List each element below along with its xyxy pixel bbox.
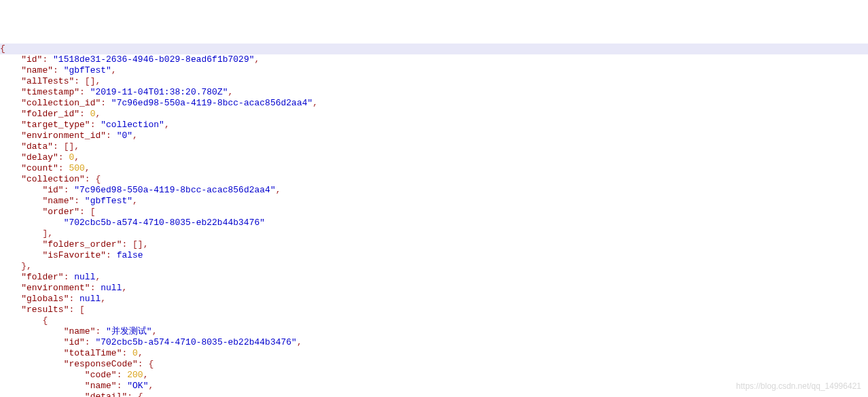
token-punc: , — [132, 131, 138, 141]
token-str: "702cbc5b-a574-4710-8035-eb22b44b3476" — [64, 218, 265, 228]
code-line: "folder": null, — [0, 272, 868, 283]
token-punc: : { — [138, 359, 153, 369]
token-punc: , — [111, 65, 117, 75]
code-line: "count": 500, — [0, 163, 868, 174]
code-line: "environment_id": "0", — [0, 131, 868, 141]
code-line: { — [0, 44, 868, 54]
token-punc: , — [101, 294, 106, 304]
token-punc: : { — [127, 392, 143, 397]
token-key: "collection" — [21, 174, 85, 184]
code-line: "results": [ — [0, 305, 868, 315]
token-punc: , — [122, 283, 127, 293]
token-punc: , — [148, 381, 153, 391]
token-punc: : — [42, 54, 53, 65]
token-key: "detail" — [85, 392, 127, 397]
code-line: "folders_order": [], — [0, 239, 868, 250]
code-line: "id": "702cbc5b-a574-4710-8035-eb22b44b3… — [0, 337, 868, 348]
token-str: "702cbc5b-a574-4710-8035-eb22b44b3476" — [95, 337, 296, 347]
token-punc: , — [143, 370, 149, 380]
token-str: "collection" — [101, 120, 164, 130]
code-line: "id": "7c96ed98-550a-4119-8bcc-acac856d2… — [0, 185, 868, 196]
token-key: "environment" — [21, 283, 90, 293]
token-key: "id" — [21, 54, 42, 65]
token-key: "folder_id" — [21, 109, 79, 119]
token-punc: , — [85, 163, 90, 173]
token-key: "isFavorite" — [42, 250, 106, 260]
token-punc: : — [64, 185, 75, 195]
code-line: { — [0, 315, 868, 326]
token-key: "totalTime" — [64, 348, 122, 358]
token-punc: : — [106, 250, 117, 260]
code-line: "isFavorite": false — [0, 250, 868, 261]
token-key: "results" — [21, 305, 69, 315]
code-line: "responseCode": { — [0, 359, 868, 370]
code-line: "702cbc5b-a574-4710-8035-eb22b44b3476" — [0, 218, 868, 228]
token-key: "collection_id" — [21, 98, 101, 108]
token-key: "name" — [42, 196, 74, 206]
token-punc: : — [117, 381, 128, 391]
token-punc: : — [106, 131, 117, 141]
token-key: "folders_order" — [42, 239, 122, 249]
token-punc: { — [42, 315, 48, 326]
token-kw: null — [74, 272, 95, 282]
code-line: "name": "并发测试", — [0, 326, 868, 337]
token-punc: : — [85, 337, 96, 347]
token-punc: : [] — [53, 141, 74, 152]
token-punc: : — [79, 87, 90, 97]
token-punc: , — [312, 98, 318, 108]
token-key: "allTests" — [21, 76, 74, 86]
token-key: "name" — [21, 65, 53, 75]
token-str: "0" — [117, 131, 132, 141]
token-punc: ], — [42, 228, 53, 239]
token-str: "7c96ed98-550a-4119-8bcc-acac856d2aa4" — [111, 98, 312, 108]
token-punc: , — [143, 239, 149, 249]
token-kw: false — [117, 250, 143, 260]
token-punc: : [] — [122, 239, 143, 249]
code-line: "collection": { — [0, 174, 868, 185]
token-key: "count" — [21, 163, 58, 173]
token-punc: , — [95, 272, 101, 282]
code-line: "name": "gbfTest", — [0, 196, 868, 207]
token-punc: : — [64, 272, 75, 282]
token-kw: null — [79, 294, 101, 304]
token-punc: : [] — [74, 76, 95, 86]
json-code-viewer: { "id": "1518de31-2636-4946-b029-8ead6f1… — [0, 44, 868, 397]
token-punc: : — [74, 196, 85, 206]
code-line: "allTests": [], — [0, 76, 868, 87]
token-punc: { — [0, 44, 5, 54]
token-punc: , — [164, 120, 170, 130]
token-punc: , — [228, 87, 234, 97]
token-key: "timestamp" — [21, 87, 79, 97]
token-num: 0 — [132, 348, 138, 358]
token-punc: , — [74, 141, 79, 152]
token-key: "id" — [42, 185, 63, 195]
code-line: "name": "gbfTest", — [0, 65, 868, 76]
token-punc: : — [117, 370, 128, 380]
token-punc: , — [95, 76, 101, 86]
token-punc: , — [276, 185, 281, 195]
token-punc: , — [297, 337, 302, 347]
code-line: "timestamp": "2019-11-04T01:38:20.780Z", — [0, 87, 868, 98]
code-line: "code": 200, — [0, 370, 868, 381]
token-str: "2019-11-04T01:38:20.780Z" — [90, 87, 228, 97]
token-key: "order" — [42, 207, 79, 217]
token-punc: , — [132, 196, 138, 206]
token-str: "gbfTest" — [64, 65, 111, 75]
token-punc: : — [79, 109, 90, 119]
code-line: "delay": 0, — [0, 152, 868, 163]
token-key: "environment_id" — [21, 131, 106, 141]
code-line: "folder_id": 0, — [0, 109, 868, 120]
token-str: "gbfTest" — [85, 196, 132, 206]
token-key: "id" — [64, 337, 85, 347]
token-punc: : — [90, 120, 101, 130]
code-line: "data": [], — [0, 141, 868, 152]
token-punc: : — [90, 283, 101, 293]
token-key: "responseCode" — [64, 359, 138, 369]
code-line: "totalTime": 0, — [0, 348, 868, 359]
token-str: "1518de31-2636-4946-b029-8ead6f1b7029" — [53, 54, 254, 65]
token-punc: : { — [85, 174, 101, 184]
token-punc: : [ — [79, 207, 95, 217]
token-key: "data" — [21, 141, 53, 152]
code-line: ], — [0, 228, 868, 239]
token-punc: : — [101, 98, 111, 108]
